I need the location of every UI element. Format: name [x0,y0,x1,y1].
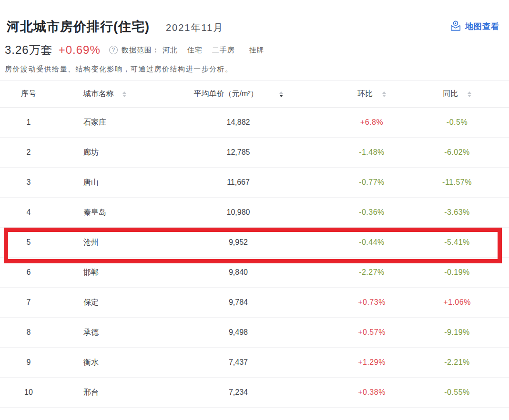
mom-cell: +0.73% [319,298,424,307]
table-row[interactable]: 10 邢台 7,234 +0.38% -0.55% [0,378,509,408]
table-row[interactable]: 5 沧州 9,952 -0.44% -5.41% [0,228,509,258]
price-cell: 12,785 [157,148,319,157]
price-cell: 7,234 [157,388,319,397]
table-row[interactable]: 7 保定 9,784 +0.73% +1.06% [0,288,509,318]
rank-cell: 10 [0,388,57,397]
map-view-label[interactable]: 地图查看 [465,21,499,32]
col-header-yoy-label: 同比 [443,89,458,99]
mom-cell: -0.36% [319,208,424,217]
col-header-mom[interactable]: 环比 [319,89,424,99]
rank-cell: 1 [0,118,57,127]
mom-cell: -2.27% [319,268,424,277]
city-cell[interactable]: 秦皇岛 [57,208,157,218]
rank-cell: 5 [0,238,57,247]
sort-icon-price[interactable] [279,91,283,97]
scope-tag-type[interactable]: 住宅 [187,46,203,54]
city-cell[interactable]: 衡水 [57,358,157,368]
city-cell[interactable]: 沧州 [57,238,157,248]
stats-bar: 3.26万套 +0.69% ? 数据范围：河北住宅二手房挂牌 [0,43,509,57]
scope-tag-region[interactable]: 河北 [163,46,178,54]
col-header-price[interactable]: 平均单价（元/m²） [157,89,319,99]
note-text: 房价波动受供给量、结构变化影响，可通过房价结构进一步分析。 [0,64,509,74]
price-cell: 10,980 [157,208,319,217]
page: 河北城市房价排行(住宅) 2021年11月 地图查看 3.26万套 +0.69%… [0,0,509,420]
rank-cell: 8 [0,328,57,337]
mom-cell: +1.29% [319,358,424,367]
price-cell: 9,498 [157,328,319,337]
price-cell: 9,952 [157,238,319,247]
city-cell[interactable]: 唐山 [57,178,157,188]
rank-cell: 3 [0,178,57,187]
price-cell: 9,784 [157,298,319,307]
city-cell[interactable]: 邢台 [57,388,157,398]
city-cell[interactable]: 保定 [57,298,157,308]
yoy-cell: -6.02% [424,148,509,157]
sort-icon-mom[interactable] [382,91,386,97]
scope-label: 数据范围： [122,46,160,54]
table-row[interactable]: 8 承德 9,498 +0.57% -9.19% [0,318,509,348]
map-view-link[interactable]: 地图查看 [449,20,499,32]
city-cell[interactable]: 邯郸 [57,268,157,278]
price-cell: 11,667 [157,178,319,187]
map-pin-icon [449,20,462,32]
table-row[interactable]: 4 秦皇岛 10,980 -0.36% -3.63% [0,198,509,228]
rank-cell: 6 [0,268,57,277]
help-icon[interactable]: ? [109,46,118,54]
mom-cell: +6.8% [319,118,424,127]
rank-cell: 4 [0,208,57,217]
col-header-city-label: 城市名称 [83,89,114,99]
yoy-cell: -9.19% [424,328,509,337]
col-header-price-label: 平均单价（元/m²） [193,89,258,99]
yoy-cell: +1.06% [424,298,509,307]
yoy-cell: -0.5% [424,118,509,127]
mom-cell: +0.38% [319,388,424,397]
table-row[interactable]: 3 唐山 11,667 -0.77% -11.57% [0,168,509,198]
yoy-cell: -0.19% [424,268,509,277]
yoy-cell: -2.21% [424,358,509,367]
mom-cell: +0.57% [319,328,424,337]
yoy-cell: -5.41% [424,238,509,247]
city-cell[interactable]: 廊坊 [57,148,157,158]
data-scope: 数据范围：河北住宅二手房挂牌 [122,43,265,57]
sort-icon-yoy[interactable] [468,91,471,97]
rank-cell: 2 [0,148,57,157]
page-title: 河北城市房价排行(住宅) [7,17,150,36]
rank-cell: 7 [0,298,57,307]
header: 河北城市房价排行(住宅) 2021年11月 [0,0,509,36]
col-header-yoy[interactable]: 同比 [424,89,509,99]
mom-cell: -1.48% [319,148,424,157]
rank-cell: 9 [0,358,57,367]
scope-tag-status[interactable]: 挂牌 [249,46,265,54]
city-cell[interactable]: 石家庄 [57,118,157,128]
scope-tag-market[interactable]: 二手房 [212,46,235,54]
price-cell: 9,840 [157,268,319,277]
col-header-rank: 序号 [0,89,57,99]
yoy-cell: -0.55% [424,388,509,397]
sort-icon-city[interactable] [122,91,126,97]
price-cell: 14,882 [157,118,319,127]
price-cell: 7,437 [157,358,319,367]
table-row[interactable]: 1 石家庄 14,882 +6.8% -0.5% [0,108,509,138]
yoy-cell: -3.63% [424,208,509,217]
report-month: 2021年11月 [166,21,224,34]
city-cell[interactable]: 承德 [57,328,157,338]
listing-change: +0.69% [59,43,101,57]
col-header-mom-label: 环比 [357,89,373,99]
mom-cell: -0.77% [319,178,424,187]
table-row[interactable]: 6 邯郸 9,840 -2.27% -0.19% [0,258,509,288]
yoy-cell: -11.57% [424,178,509,187]
mom-cell: -0.44% [319,238,424,247]
listing-count: 3.26万套 [5,43,53,57]
table-row[interactable]: 2 廊坊 12,785 -1.48% -6.02% [0,138,509,168]
col-header-city[interactable]: 城市名称 [57,89,157,99]
table-body: 1 石家庄 14,882 +6.8% -0.5% 2 廊坊 12,785 -1.… [0,108,509,408]
table-row[interactable]: 9 衡水 7,437 +1.29% -2.21% [0,348,509,378]
table-header: 序号 城市名称 平均单价（元/m²） 环比 同比 [0,81,509,108]
